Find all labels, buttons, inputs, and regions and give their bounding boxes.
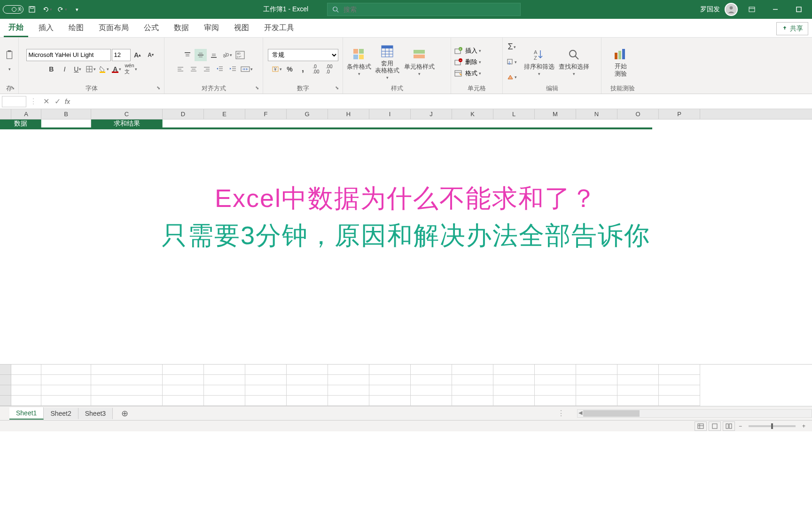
font-color-icon[interactable]: A▾ — [111, 63, 123, 75]
tab-view[interactable]: 视图 — [229, 19, 254, 37]
cell-a1[interactable]: 数据 — [0, 119, 41, 129]
save-icon[interactable] — [25, 3, 39, 16]
cell-c1[interactable]: 求和结果 — [91, 119, 163, 129]
cancel-formula-icon[interactable]: ✕ — [40, 96, 52, 107]
qat-customize-icon[interactable]: ▾ — [70, 3, 84, 16]
delete-cells-button[interactable]: −删除▾ — [454, 58, 481, 66]
undo-icon[interactable]: ▾ — [40, 3, 54, 16]
decrease-indent-icon[interactable] — [214, 63, 226, 75]
sheet-tab-3[interactable]: Sheet3 — [78, 408, 113, 419]
page-layout-view-icon[interactable] — [709, 421, 721, 431]
page-break-view-icon[interactable] — [723, 421, 735, 431]
column-header-J[interactable]: J — [411, 109, 452, 119]
search-box[interactable] — [327, 3, 521, 16]
column-header-A[interactable]: A — [11, 109, 41, 119]
sheet-tab-2[interactable]: Sheet2 — [44, 408, 78, 419]
conditional-format-button[interactable]: 条件格式▾ — [346, 45, 372, 78]
align-left-icon[interactable] — [174, 63, 187, 75]
fill-color-icon[interactable]: ▾ — [98, 63, 110, 75]
column-header-E[interactable]: E — [204, 109, 245, 119]
clipboard-dropdown[interactable]: ▾ — [3, 63, 16, 75]
wrap-text-icon[interactable]: abc↵ — [234, 49, 246, 61]
dialog-launcher-icon[interactable]: ⬊ — [335, 85, 339, 90]
accounting-format-icon[interactable]: ¥▾ — [271, 63, 283, 75]
column-header-K[interactable]: K — [452, 109, 493, 119]
autosum-icon[interactable]: Σ▾ — [506, 41, 518, 53]
font-size-select[interactable] — [112, 49, 131, 61]
sort-filter-button[interactable]: AZ 排序和筛选▾ — [523, 45, 555, 78]
fx-icon[interactable]: fx — [65, 98, 70, 105]
name-box[interactable] — [2, 96, 26, 107]
add-sheet-button[interactable]: ⊕ — [117, 408, 132, 419]
ribbon-display-icon[interactable] — [742, 3, 761, 16]
number-format-select[interactable]: 常规 — [268, 49, 338, 61]
select-all-corner[interactable] — [0, 109, 11, 119]
column-header-O[interactable]: O — [617, 109, 659, 119]
percent-icon[interactable]: % — [284, 63, 296, 75]
column-header-M[interactable]: M — [535, 109, 576, 119]
column-header-L[interactable]: L — [493, 109, 535, 119]
tab-draw[interactable]: 绘图 — [64, 19, 88, 37]
horizontal-scrollbar[interactable]: ◀ — [577, 409, 812, 418]
column-header-H[interactable]: H — [328, 109, 369, 119]
paste-icon[interactable] — [3, 49, 16, 61]
enter-formula-icon[interactable]: ✓ — [52, 96, 63, 107]
column-header-B[interactable]: B — [41, 109, 91, 119]
tab-developer[interactable]: 开发工具 — [259, 19, 299, 37]
tab-formulas[interactable]: 公式 — [139, 19, 164, 37]
find-select-button[interactable]: 查找和选择▾ — [557, 45, 590, 78]
underline-button[interactable]: U▾ — [71, 63, 84, 75]
increase-indent-icon[interactable] — [227, 63, 239, 75]
format-cells-button[interactable]: 格式▾ — [454, 69, 481, 78]
tab-data[interactable]: 数据 — [169, 19, 194, 37]
column-header-P[interactable]: P — [659, 109, 700, 119]
merge-center-icon[interactable]: ▾ — [240, 63, 253, 75]
comma-icon[interactable]: , — [297, 63, 309, 75]
cell-styles-button[interactable]: 单元格样式▾ — [402, 45, 436, 78]
start-test-button[interactable]: 开始 测验 — [604, 45, 637, 79]
phonetic-icon[interactable]: wén文▾ — [124, 63, 137, 75]
font-name-select[interactable] — [26, 49, 111, 61]
clear-icon[interactable]: ▾ — [506, 71, 518, 83]
increase-decimal-icon[interactable]: .0.00 — [310, 63, 322, 75]
dialog-launcher-icon[interactable]: ⬊ — [156, 85, 160, 90]
tab-insert[interactable]: 插入 — [34, 19, 58, 37]
column-header-I[interactable]: I — [369, 109, 411, 119]
tab-home[interactable]: 开始 — [4, 19, 28, 37]
decrease-font-icon[interactable]: A▾ — [145, 49, 157, 61]
align-top-icon[interactable] — [181, 49, 194, 61]
increase-font-icon[interactable]: A▴ — [132, 49, 144, 61]
fill-icon[interactable]: ▾ — [506, 56, 518, 68]
align-right-icon[interactable] — [201, 63, 213, 75]
column-header-D[interactable]: D — [163, 109, 204, 119]
align-middle-icon[interactable] — [195, 49, 207, 61]
normal-view-icon[interactable] — [695, 421, 707, 431]
orientation-icon[interactable]: ab▾ — [221, 49, 233, 61]
dialog-launcher-icon[interactable]: ⬊ — [11, 85, 15, 90]
column-header-N[interactable]: N — [576, 109, 617, 119]
minimize-icon[interactable] — [766, 3, 785, 16]
zoom-slider[interactable] — [749, 425, 796, 427]
zoom-out-button[interactable]: − — [737, 423, 744, 429]
align-center-icon[interactable] — [187, 63, 200, 75]
user-avatar[interactable] — [725, 3, 738, 16]
share-button[interactable]: 共享 — [776, 22, 808, 35]
maximize-icon[interactable] — [789, 3, 808, 16]
decrease-decimal-icon[interactable]: .00.0 — [323, 63, 336, 75]
column-header-C[interactable]: C — [91, 109, 163, 119]
sheet-tab-1[interactable]: Sheet1 — [9, 407, 44, 420]
italic-button[interactable]: I — [58, 63, 70, 75]
bold-button[interactable]: B — [45, 63, 57, 75]
column-header-G[interactable]: G — [287, 109, 328, 119]
redo-icon[interactable]: ▾ — [55, 3, 69, 16]
tab-page-layout[interactable]: 页面布局 — [94, 19, 133, 37]
insert-cells-button[interactable]: +插入▾ — [454, 47, 481, 55]
zoom-in-button[interactable]: + — [800, 423, 807, 429]
border-icon[interactable]: ▾ — [85, 63, 97, 75]
formula-input[interactable] — [72, 96, 812, 107]
format-as-table-button[interactable]: 套用 表格格式▾ — [374, 42, 400, 82]
cell-b1[interactable] — [41, 119, 91, 129]
align-bottom-icon[interactable] — [208, 49, 220, 61]
worksheet-grid[interactable]: 数据 求和结果 Excel中数据为什么不能求和了？ 只需要3分钟，原因和解决办法… — [0, 119, 812, 364]
grid-bottom-rows[interactable] — [0, 364, 812, 406]
